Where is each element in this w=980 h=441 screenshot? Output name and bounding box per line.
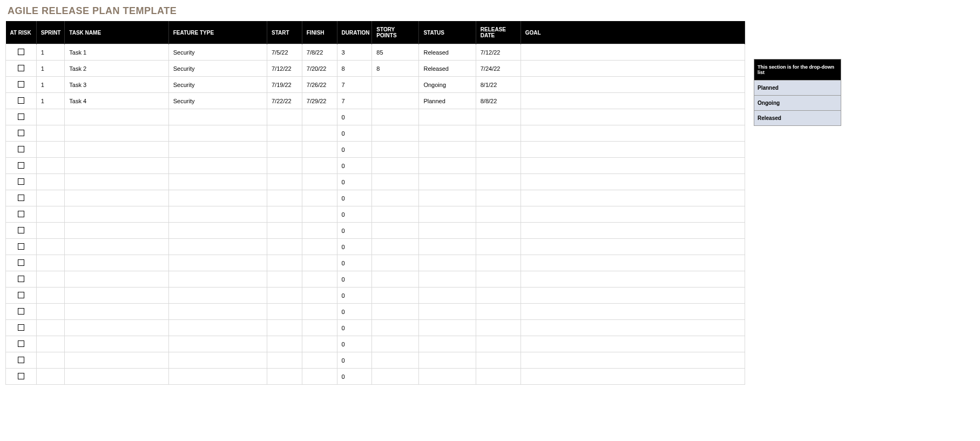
cell-release-date[interactable] [476, 125, 521, 142]
cell-task-name[interactable]: Task 1 [65, 44, 168, 61]
cell-story-points[interactable] [372, 125, 419, 142]
cell-task-name[interactable] [65, 271, 168, 288]
cell-goal[interactable] [521, 369, 745, 385]
cell-goal[interactable] [521, 61, 745, 77]
cell-atrisk[interactable] [6, 288, 37, 304]
cell-feature-type[interactable] [168, 109, 267, 125]
cell-status[interactable] [419, 255, 476, 271]
cell-goal[interactable] [521, 320, 745, 336]
cell-task-name[interactable]: Task 4 [65, 93, 168, 109]
cell-status[interactable] [419, 369, 476, 385]
cell-atrisk[interactable] [6, 190, 37, 206]
cell-goal[interactable] [521, 223, 745, 239]
cell-release-date[interactable] [476, 174, 521, 190]
cell-goal[interactable] [521, 44, 745, 61]
cell-task-name[interactable] [65, 336, 168, 352]
cell-release-date[interactable]: 7/24/22 [476, 61, 521, 77]
cell-feature-type[interactable] [168, 255, 267, 271]
cell-goal[interactable] [521, 239, 745, 255]
checkbox-icon[interactable] [18, 146, 24, 152]
checkbox-icon[interactable] [18, 178, 24, 185]
cell-goal[interactable] [521, 142, 745, 158]
cell-finish[interactable] [302, 255, 337, 271]
cell-release-date[interactable]: 8/1/22 [476, 77, 521, 93]
cell-release-date[interactable] [476, 190, 521, 206]
cell-story-points[interactable]: 8 [372, 61, 419, 77]
cell-story-points[interactable] [372, 174, 419, 190]
cell-sprint[interactable] [36, 271, 65, 288]
cell-goal[interactable] [521, 174, 745, 190]
cell-story-points[interactable] [372, 320, 419, 336]
cell-status[interactable] [419, 190, 476, 206]
cell-release-date[interactable] [476, 109, 521, 125]
cell-task-name[interactable] [65, 369, 168, 385]
cell-finish[interactable] [302, 369, 337, 385]
cell-atrisk[interactable] [6, 125, 37, 142]
cell-feature-type[interactable] [168, 271, 267, 288]
cell-task-name[interactable] [65, 158, 168, 174]
cell-duration[interactable]: 0 [337, 125, 372, 142]
cell-status[interactable] [419, 320, 476, 336]
cell-goal[interactable] [521, 336, 745, 352]
cell-task-name[interactable] [65, 239, 168, 255]
cell-finish[interactable] [302, 288, 337, 304]
cell-sprint[interactable] [36, 142, 65, 158]
cell-feature-type[interactable]: Security [168, 93, 267, 109]
cell-goal[interactable] [521, 255, 745, 271]
cell-task-name[interactable] [65, 223, 168, 239]
cell-start[interactable] [267, 125, 302, 142]
checkbox-icon[interactable] [18, 113, 24, 120]
cell-feature-type[interactable] [168, 190, 267, 206]
cell-sprint[interactable] [36, 125, 65, 142]
cell-finish[interactable] [302, 206, 337, 223]
cell-release-date[interactable] [476, 304, 521, 320]
cell-status[interactable] [419, 174, 476, 190]
cell-release-date[interactable] [476, 239, 521, 255]
cell-atrisk[interactable] [6, 369, 37, 385]
cell-finish[interactable] [302, 336, 337, 352]
cell-goal[interactable] [521, 190, 745, 206]
cell-finish[interactable] [302, 223, 337, 239]
cell-status[interactable] [419, 271, 476, 288]
cell-finish[interactable] [302, 239, 337, 255]
cell-finish[interactable] [302, 142, 337, 158]
cell-start[interactable] [267, 109, 302, 125]
cell-goal[interactable] [521, 288, 745, 304]
cell-status[interactable]: Released [419, 44, 476, 61]
cell-status[interactable] [419, 206, 476, 223]
cell-status[interactable]: Planned [419, 93, 476, 109]
cell-feature-type[interactable]: Security [168, 77, 267, 93]
cell-duration[interactable]: 0 [337, 369, 372, 385]
cell-atrisk[interactable] [6, 77, 37, 93]
cell-finish[interactable]: 7/20/22 [302, 61, 337, 77]
cell-sprint[interactable] [36, 174, 65, 190]
cell-feature-type[interactable] [168, 320, 267, 336]
cell-goal[interactable] [521, 271, 745, 288]
cell-task-name[interactable] [65, 320, 168, 336]
cell-start[interactable]: 7/12/22 [267, 61, 302, 77]
checkbox-icon[interactable] [18, 373, 24, 379]
cell-start[interactable] [267, 304, 302, 320]
checkbox-icon[interactable] [18, 308, 24, 315]
cell-task-name[interactable] [65, 142, 168, 158]
cell-atrisk[interactable] [6, 93, 37, 109]
cell-status[interactable] [419, 223, 476, 239]
cell-task-name[interactable] [65, 255, 168, 271]
cell-status[interactable] [419, 125, 476, 142]
cell-atrisk[interactable] [6, 239, 37, 255]
cell-feature-type[interactable] [168, 336, 267, 352]
checkbox-icon[interactable] [18, 195, 24, 201]
cell-story-points[interactable] [372, 239, 419, 255]
cell-task-name[interactable] [65, 288, 168, 304]
cell-story-points[interactable] [372, 142, 419, 158]
cell-atrisk[interactable] [6, 336, 37, 352]
cell-finish[interactable] [302, 320, 337, 336]
checkbox-icon[interactable] [18, 211, 24, 217]
cell-duration[interactable]: 0 [337, 255, 372, 271]
checkbox-icon[interactable] [18, 227, 24, 233]
cell-story-points[interactable] [372, 158, 419, 174]
cell-feature-type[interactable] [168, 206, 267, 223]
cell-release-date[interactable] [476, 352, 521, 369]
cell-story-points[interactable] [372, 206, 419, 223]
cell-finish[interactable] [302, 271, 337, 288]
